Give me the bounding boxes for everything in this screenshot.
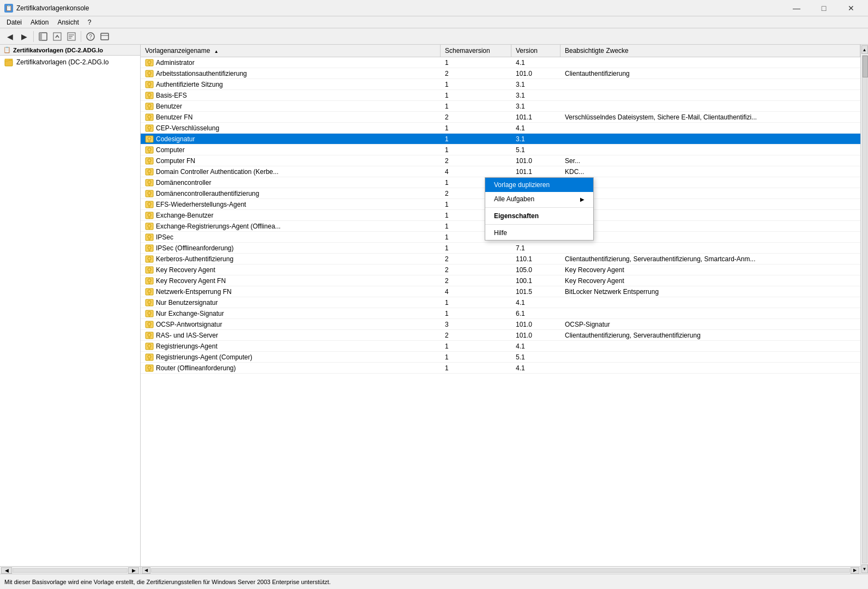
context-menu-item-3[interactable]: Hilfe: [485, 226, 593, 240]
table-row[interactable]: Key Recovery Agent 2 105.0 Key Recovery …: [141, 265, 860, 275]
table-row[interactable]: Basis-EFS 1 3.1: [141, 90, 860, 101]
table-row[interactable]: IPSec (Offlineanforderung) 1 7.1: [141, 243, 860, 254]
help-button[interactable]: ?: [84, 30, 97, 43]
left-panel-item[interactable]: Zertifikatvorlagen (DC-2.ADG.lo: [0, 56, 140, 69]
context-menu-item-0[interactable]: Vorlage duplizieren: [485, 178, 593, 192]
col-header-name[interactable]: Vorlagenanzeigenam​e ▲: [141, 45, 441, 57]
right-panel: Vorlagenanzeigenam​e ▲ Schemaversion Ver…: [141, 45, 860, 574]
table-row[interactable]: Netzwerk-Entsperrung FN 4 101.5 BitLocke…: [141, 286, 860, 297]
left-item-label: Zertifikatvorlagen (DC-2.ADG.lo: [16, 58, 108, 66]
cell-version: 4.1: [511, 297, 560, 308]
cell-schema: 1: [441, 341, 511, 351]
menu-aktion[interactable]: Aktion: [26, 17, 53, 27]
cell-purpose: [560, 352, 860, 362]
cell-schema: 1: [441, 352, 511, 362]
cert-icon: [145, 310, 154, 317]
table-row[interactable]: Kerberos-Authentifizierung 2 110.1 Clien…: [141, 254, 860, 265]
table-row[interactable]: Codesignatur 1 3.1: [141, 134, 860, 145]
context-menu-item-1[interactable]: Alle Aufgaben▶: [485, 192, 593, 206]
left-hscroll[interactable]: ◀ ▶: [0, 566, 140, 574]
cell-version: 100.1: [511, 275, 560, 286]
console-button[interactable]: [98, 30, 111, 43]
vscroll-thumb[interactable]: [863, 56, 868, 77]
table-row[interactable]: Authentifizierte Sitzung 1 3.1: [141, 79, 860, 90]
cell-schema: 1: [441, 145, 511, 155]
up-icon: [53, 32, 62, 41]
table-row[interactable]: Benutzer 1 3.1: [141, 101, 860, 112]
status-text: Mit dieser Basisvorlage wird eine Vorlag…: [4, 579, 331, 585]
right-hscroll[interactable]: ◀ ▶: [141, 566, 860, 574]
cell-version: 101.0: [511, 319, 560, 329]
right-scroll-left[interactable]: ◀: [142, 567, 150, 574]
cell-version: 110.1: [511, 254, 560, 264]
forward-button[interactable]: ▶: [17, 30, 31, 43]
minimize-button[interactable]: —: [784, 1, 809, 16]
cell-name: Key Recovery Agent: [141, 265, 441, 275]
table-row[interactable]: Registrierungs-Agent 1 4.1: [141, 341, 860, 352]
cell-version: 4.1: [511, 341, 560, 351]
table-row[interactable]: Router (Offlineanforderung) 1 4.1: [141, 363, 860, 374]
menu-help[interactable]: ?: [83, 17, 96, 27]
right-vscroll[interactable]: ▲ ▼: [860, 45, 868, 574]
left-scroll-left[interactable]: ◀: [1, 567, 12, 574]
table-row[interactable]: Administrator 1 4.1: [141, 57, 860, 68]
left-panel-header: 📋 Zertifikatvorlagen (DC-2.ADG.lo: [0, 45, 140, 56]
export-button[interactable]: [65, 30, 78, 43]
cell-purpose: Clientauthentifizierung: [560, 68, 860, 79]
cert-icon: [145, 124, 154, 132]
cell-schema: 3: [441, 319, 511, 329]
table-row[interactable]: Computer FN 2 101.0 Ser...: [141, 155, 860, 166]
col-header-version[interactable]: Version: [511, 45, 560, 57]
vscroll-track[interactable]: [862, 55, 867, 563]
vscroll-down[interactable]: ▼: [861, 564, 868, 573]
main-area: 📋 Zertifikatvorlagen (DC-2.ADG.lo Zertif…: [0, 45, 868, 574]
table-row[interactable]: Computer 1 5.1: [141, 145, 860, 155]
cell-name: Benutzer: [141, 101, 441, 111]
left-scroll-track[interactable]: [13, 568, 128, 573]
toolbar-sep-2: [81, 31, 81, 42]
right-scroll-right[interactable]: ▶: [851, 567, 859, 574]
cert-icon: [145, 113, 154, 121]
cell-name: Nur Benutzersignatur: [141, 297, 441, 308]
cell-purpose: [560, 363, 860, 373]
cert-icon: [145, 157, 154, 165]
right-scroll-track[interactable]: [151, 568, 850, 573]
up-button[interactable]: [51, 30, 64, 43]
table-row[interactable]: CEP-Verschlüsselung 1 4.1: [141, 123, 860, 134]
col-header-purpose[interactable]: Beabsichtigte Zwecke: [560, 45, 860, 57]
vscroll-up[interactable]: ▲: [861, 45, 868, 54]
cell-name: Codesignatur: [141, 134, 441, 144]
show-hide-button[interactable]: [37, 30, 50, 43]
cell-schema: 2: [441, 155, 511, 166]
table-row[interactable]: Domain Controller Authentication (Kerbe.…: [141, 166, 860, 177]
cell-schema: 2: [441, 254, 511, 264]
table-row[interactable]: RAS- und IAS-Server 2 101.0 Clientauthen…: [141, 330, 860, 341]
table-row[interactable]: Key Recovery Agent FN 2 100.1 Key Recove…: [141, 275, 860, 286]
cell-purpose: BitLocker Netzwerk Entsperrung: [560, 286, 860, 297]
cell-purpose: [560, 57, 860, 68]
table-row[interactable]: Arbeitsstationsauthentifizierung 2 101.0…: [141, 68, 860, 79]
menu-datei[interactable]: Datei: [2, 17, 26, 27]
context-menu-item-2[interactable]: Eigenschaften: [485, 209, 593, 223]
cert-icon: [145, 103, 154, 110]
cell-schema: 4: [441, 286, 511, 297]
cell-schema: 2: [441, 275, 511, 286]
table-row[interactable]: OCSP-Antwortsignatur 3 101.0 OCSP-Signat…: [141, 319, 860, 330]
cell-schema: 2: [441, 265, 511, 275]
table-row[interactable]: Registrierungs-Agent (Computer) 1 5.1: [141, 352, 860, 363]
cert-icon: [145, 342, 154, 350]
table-row[interactable]: Nur Benutzersignatur 1 4.1: [141, 297, 860, 308]
table-row[interactable]: Benutzer FN 2 101.1 Verschlüsselndes Dat…: [141, 112, 860, 123]
cert-icon: [145, 92, 154, 99]
back-button[interactable]: ◀: [3, 30, 16, 43]
close-button[interactable]: ✕: [839, 1, 864, 16]
maximize-button[interactable]: □: [811, 1, 836, 16]
cert-icon: [145, 135, 154, 143]
cell-purpose: [560, 101, 860, 111]
left-scroll-right[interactable]: ▶: [128, 567, 139, 574]
menu-ansicht[interactable]: Ansicht: [53, 17, 83, 27]
cert-icon: [145, 266, 154, 274]
cell-name: Domänencontrollerauthentifizierung: [141, 188, 441, 199]
table-row[interactable]: Nur Exchange-Signatur 1 6.1: [141, 308, 860, 319]
col-header-schema[interactable]: Schemaversion: [441, 45, 511, 57]
